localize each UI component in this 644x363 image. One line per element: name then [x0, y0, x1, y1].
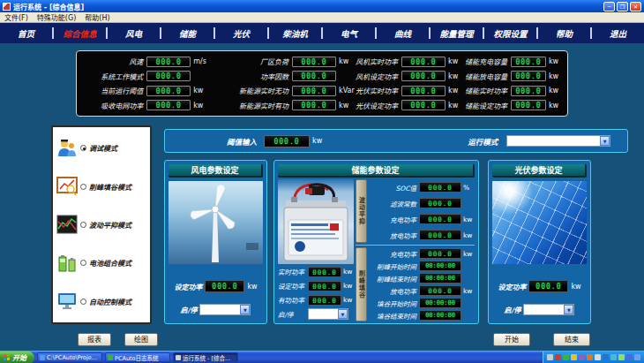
reading-label: 储能设定功率 [465, 101, 511, 110]
chevron-down-icon[interactable] [600, 136, 610, 146]
tray-icon[interactable] [579, 354, 585, 360]
peak-start-time-input[interactable]: 00:00:00 [419, 261, 461, 271]
filter-const-label: 滤波常数 [369, 199, 419, 208]
charge-power-input[interactable]: 000.0 [419, 214, 461, 224]
monitor-icon [56, 291, 78, 311]
mode-auto-control[interactable]: 自动控制模式 [56, 291, 146, 311]
menu-special[interactable]: 特殊功能(G) [37, 12, 76, 22]
storage-set-power-input[interactable]: 000.0 [308, 281, 341, 291]
tray-icon[interactable] [618, 354, 625, 360]
nav-curve[interactable]: 曲线 [377, 27, 429, 40]
mode-peak-shaving[interactable]: 削峰填谷模式 [56, 177, 146, 196]
reading-display: 000.0 [511, 71, 546, 81]
nav-home[interactable]: 首页 [0, 27, 52, 40]
threshold-input[interactable]: 000.0 [264, 135, 310, 147]
discharge-power-input[interactable]: 000.0 [419, 230, 461, 240]
reading-unit: kw [546, 72, 562, 80]
nav-electric[interactable]: 电气 [323, 27, 375, 40]
reading-label: 储能充电容量 [465, 57, 511, 66]
draw-button[interactable]: 绘图 [124, 333, 158, 346]
reading-display: 000.0 [146, 57, 191, 67]
wind-set-power-input[interactable]: 000.0 [205, 280, 244, 292]
nav-diesel[interactable]: 柴油机 [269, 27, 321, 40]
mode-label: 自动控制模式 [89, 297, 131, 306]
taskbar-task[interactable]: C:\PCAuto\Proje... [37, 352, 102, 362]
menu-help[interactable]: 帮助(H) [85, 12, 109, 22]
battery-graphic [278, 179, 354, 264]
tray-icon[interactable] [595, 354, 601, 360]
reading-label: 吸收电网功率 [82, 101, 146, 110]
unit-label: kw [341, 268, 352, 276]
nav-wind[interactable]: 风电 [108, 27, 160, 40]
chevron-down-icon[interactable] [564, 305, 573, 314]
reading-unit: kw [546, 57, 562, 65]
reading-unit: kw [446, 57, 465, 65]
tray-icon[interactable] [571, 354, 577, 360]
reading-label: 储能放电容量 [465, 72, 511, 81]
storage-rt-power-label: 实时功率 [278, 267, 308, 276]
nav-energy-mgmt[interactable]: 能量管理 [431, 27, 483, 40]
filter-const-input[interactable]: 000.0 [419, 198, 461, 208]
tray-language-icon[interactable] [626, 354, 633, 360]
reading-display: 000.0 [401, 71, 446, 81]
report-button[interactable]: 报表 [78, 333, 111, 346]
storage-switch-select[interactable] [308, 308, 348, 320]
discharge-power-input[interactable]: 000.0 [419, 285, 461, 296]
tray-icon[interactable] [603, 354, 609, 360]
pv-set-power-input[interactable]: 000.0 [528, 280, 568, 292]
radio[interactable] [80, 260, 86, 266]
charge-power-input[interactable]: 000.0 [419, 248, 461, 259]
menu-file[interactable]: 文件(F) [4, 12, 28, 22]
close-button-icon[interactable] [630, 2, 641, 11]
peak-start-time-label: 削峰开始时间 [369, 261, 419, 271]
reading-label: 厂区负荷 [210, 57, 292, 66]
end-button[interactable]: 结束 [553, 333, 590, 346]
valley-start-time-label: 填谷开始时间 [369, 299, 419, 308]
mode-debug[interactable]: 调试模式 [56, 139, 146, 158]
pv-panel: 光伏参数设定 设定功率 000.0 kw 启/停 [488, 160, 591, 324]
tray-icon[interactable] [634, 354, 640, 360]
reading-label: 新能源实时有功 [210, 101, 292, 110]
pv-switch-select[interactable] [523, 304, 574, 315]
reading-unit: kw [191, 87, 210, 95]
mode-fluctuation-smoothing[interactable]: 波动平抑模式 [56, 215, 146, 234]
nav-help[interactable]: 帮助 [538, 27, 590, 40]
valley-end-time-input[interactable]: 00:00:00 [419, 310, 461, 321]
tray-icon[interactable] [563, 354, 569, 360]
reading-display: 000.0 [292, 86, 336, 96]
reading-label: 光伏设定功率 [356, 101, 401, 110]
chevron-down-icon[interactable] [338, 309, 348, 319]
reading-unit: kw [546, 87, 562, 95]
run-system-icon [176, 355, 181, 360]
tray-icon[interactable] [587, 354, 593, 360]
radio[interactable] [80, 222, 86, 228]
run-mode-select[interactable] [506, 135, 610, 147]
taskbar-task-active[interactable]: 运行系统 - [综合... [173, 352, 238, 362]
tray-icon[interactable] [555, 354, 561, 360]
start-menu-button[interactable]: 开始 [0, 352, 34, 363]
radio[interactable] [80, 184, 86, 190]
reading-unit: kw [336, 57, 356, 65]
peak-end-time-input[interactable]: 00:00:00 [419, 273, 461, 284]
start-button[interactable]: 开始 [493, 333, 530, 346]
nav-permissions[interactable]: 权限设置 [484, 27, 536, 40]
mode-battery-combo[interactable]: 电池组合模式 [56, 253, 146, 273]
valley-start-time-input[interactable]: 00:00:00 [419, 298, 461, 308]
radio[interactable] [80, 299, 86, 305]
radio-selected[interactable] [80, 145, 86, 151]
nav-exit[interactable]: 退出 [592, 27, 644, 40]
tray-icon[interactable] [610, 354, 617, 360]
wind-switch-select[interactable] [199, 304, 251, 315]
tray-icon[interactable] [547, 354, 553, 360]
reading-display: 000.0 [292, 71, 336, 81]
nav-pv[interactable]: 光伏 [215, 27, 267, 40]
minimize-button-icon[interactable] [603, 2, 615, 11]
taskbar-task[interactable]: PCAuto日志系统 [105, 352, 170, 362]
chevron-down-icon[interactable] [240, 305, 250, 314]
restore-button-icon[interactable] [617, 2, 628, 11]
reading-display: 000.0 [401, 86, 446, 96]
windows-flag-icon [4, 353, 11, 361]
storage-rt-power-display: 000.0 [308, 267, 341, 277]
nav-overview[interactable]: 综合信息 [54, 27, 106, 40]
nav-storage[interactable]: 储能 [161, 27, 213, 40]
